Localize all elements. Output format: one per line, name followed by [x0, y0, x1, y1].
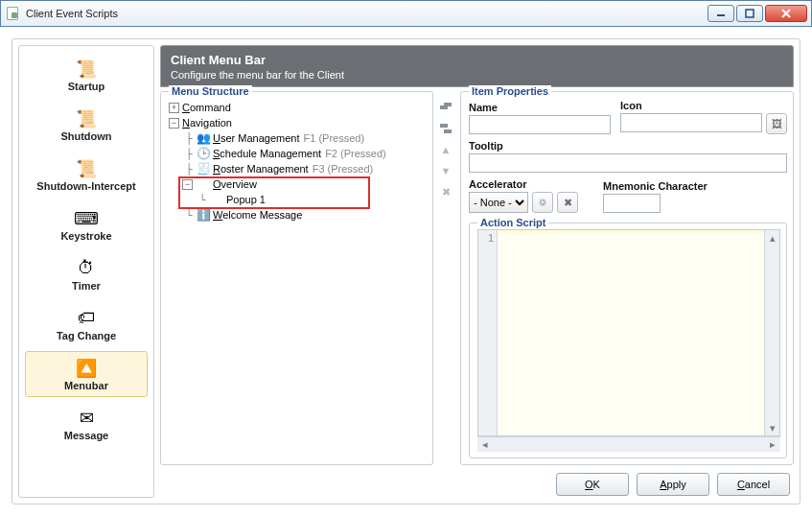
category-shutdown[interactable]: 📜Shutdown: [25, 102, 148, 148]
vertical-scrollbar[interactable]: ▴▾: [764, 230, 779, 435]
close-button[interactable]: [765, 5, 807, 22]
tree-node-welcome[interactable]: └ℹ️Welcome Message: [169, 207, 427, 223]
clock-icon: 🕒: [196, 147, 211, 160]
accelerator-edit-button[interactable]: ⛭: [532, 192, 553, 213]
minimize-button[interactable]: [708, 5, 734, 22]
info-icon: ℹ️: [196, 208, 211, 222]
item-properties-panel: Item Properties Name Icon 🖼: [460, 91, 794, 465]
category-shutdown-intercept[interactable]: 📜Shutdown-Intercept: [25, 152, 148, 198]
tooltip-label: Tooltip: [469, 140, 787, 152]
svg-rect-0: [746, 10, 754, 17]
category-label: Menubar: [64, 380, 108, 391]
delete-node-button[interactable]: ✖: [437, 183, 454, 200]
menubar-icon: 🔼: [74, 358, 99, 379]
category-label: Timer: [72, 280, 101, 292]
category-label: Shutdown-Intercept: [36, 180, 135, 192]
window: Client Event Scripts 📜Startup 📜Shutdown …: [0, 0, 812, 516]
category-label: Keystroke: [60, 230, 111, 242]
tree-node-overview[interactable]: −Overview: [169, 176, 427, 192]
script-icon: 📜: [74, 158, 99, 179]
accelerator-hint: F1 (Pressed): [304, 132, 365, 144]
maximize-button[interactable]: [736, 5, 763, 22]
script-icon: 📜: [74, 108, 99, 129]
tree-node-navigation[interactable]: −Navigation: [169, 115, 427, 130]
code-editor[interactable]: 1 ▴▾: [477, 229, 780, 436]
category-startup[interactable]: 📜Startup: [25, 52, 148, 98]
category-keystroke[interactable]: ⌨Keystroke: [25, 201, 148, 247]
category-tag-change[interactable]: 🏷Tag Change: [25, 301, 148, 347]
stopwatch-icon: ⏱: [74, 258, 99, 279]
window-title: Client Event Scripts: [26, 8, 708, 19]
accelerator-label: Accelerator: [469, 178, 593, 190]
tree-node-schedule-mgmt[interactable]: ├🕒Schedule ManagementF2 (Pressed): [169, 146, 427, 161]
keyboard-icon: ⌨: [74, 208, 99, 229]
script-icon: 📜: [74, 59, 99, 80]
roster-icon: 🧾: [196, 162, 211, 176]
category-label: Tag Change: [57, 330, 116, 341]
move-down-button[interactable]: ▼: [437, 162, 454, 179]
menu-structure-panel: Menu Structure +Command −Navigation ├👥Us…: [160, 91, 433, 465]
add-sibling-button[interactable]: [437, 99, 454, 116]
scroll-up-icon[interactable]: ▴: [765, 230, 779, 246]
panel-subtitle: Configure the menu bar for the Client: [171, 69, 783, 81]
tag-icon: 🏷: [74, 308, 99, 329]
blank-icon: [196, 177, 211, 191]
tree-toolbar: ▲ ▼ ✖: [437, 91, 456, 465]
dialog-button-row: OK Apply Cancel: [160, 465, 794, 498]
category-timer[interactable]: ⏱Timer: [25, 251, 148, 297]
blank-icon: [209, 193, 224, 206]
titlebar[interactable]: Client Event Scripts: [0, 0, 812, 27]
menu-structure-legend: Menu Structure: [169, 85, 252, 97]
tree-node-command[interactable]: +Command: [169, 100, 427, 115]
move-up-button[interactable]: ▲: [437, 141, 454, 158]
cancel-button[interactable]: Cancel: [717, 473, 790, 496]
envelope-icon: ✉: [74, 408, 99, 429]
right-column: Client Menu Bar Configure the menu bar f…: [160, 45, 794, 498]
apply-button[interactable]: Apply: [637, 473, 709, 496]
panel-header: Client Menu Bar Configure the menu bar f…: [160, 45, 794, 87]
icon-input[interactable]: [620, 113, 762, 132]
item-properties-legend: Item Properties: [469, 85, 551, 97]
collapse-icon[interactable]: −: [169, 118, 179, 129]
users-icon: 👥: [196, 131, 211, 145]
tree-node-user-mgmt[interactable]: ├👥User ManagementF1 (Pressed): [169, 130, 427, 146]
collapse-icon[interactable]: −: [182, 179, 193, 190]
icon-browse-button[interactable]: 🖼: [766, 113, 787, 134]
content-outer: 📜Startup 📜Shutdown 📜Shutdown-Intercept ⌨…: [12, 38, 800, 504]
name-label: Name: [469, 102, 611, 113]
category-label: Shutdown: [60, 130, 111, 142]
panel-title: Client Menu Bar: [171, 53, 783, 67]
menu-tree[interactable]: +Command −Navigation ├👥User ManagementF1…: [169, 98, 427, 458]
category-menubar[interactable]: 🔼Menubar: [25, 351, 148, 397]
svg-rect-2: [444, 103, 452, 106]
code-area[interactable]: [498, 230, 764, 435]
accelerator-hint: F3 (Pressed): [313, 163, 374, 175]
ok-button[interactable]: OK: [556, 473, 629, 496]
name-input[interactable]: [469, 115, 611, 134]
add-child-button[interactable]: [437, 120, 454, 137]
horizontal-scrollbar[interactable]: ◂▸: [477, 436, 780, 452]
tree-node-roster-mgmt[interactable]: ├🧾Roster ManagementF3 (Pressed): [169, 161, 427, 176]
svg-rect-3: [440, 124, 448, 128]
panels-row: Menu Structure +Command −Navigation ├👥Us…: [160, 91, 794, 465]
scroll-left-icon[interactable]: ◂: [477, 438, 493, 451]
expand-icon[interactable]: +: [169, 103, 179, 113]
category-label: Startup: [68, 81, 105, 92]
category-message[interactable]: ✉Message: [25, 401, 148, 447]
script-category-list: 📜Startup 📜Shutdown 📜Shutdown-Intercept ⌨…: [18, 45, 154, 498]
line-gutter: 1: [478, 230, 498, 435]
category-label: Message: [64, 430, 108, 441]
action-script-panel: Action Script 1 ▴▾ ◂▸: [469, 223, 787, 458]
tree-node-popup1[interactable]: └Popup 1: [169, 192, 427, 207]
accelerator-clear-button[interactable]: ✖: [557, 192, 578, 213]
mnemonic-input[interactable]: [603, 194, 661, 213]
mnemonic-label: Mnemonic Character: [603, 180, 737, 192]
app-icon: [5, 6, 20, 21]
content-body: 📜Startup 📜Shutdown 📜Shutdown-Intercept ⌨…: [18, 45, 794, 498]
tooltip-input[interactable]: [469, 153, 787, 173]
action-script-legend: Action Script: [477, 217, 548, 228]
accelerator-select[interactable]: - None -: [469, 192, 528, 213]
accelerator-hint: F2 (Pressed): [325, 148, 386, 159]
scroll-right-icon[interactable]: ▸: [765, 438, 780, 451]
scroll-down-icon[interactable]: ▾: [765, 420, 779, 435]
